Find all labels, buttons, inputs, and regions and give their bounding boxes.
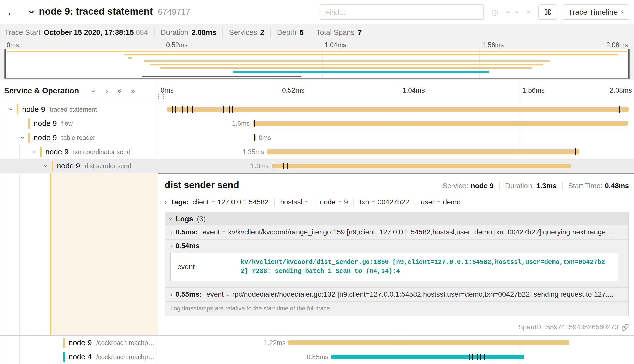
tag-key: hostssl [280,198,302,206]
span-timeline-cell[interactable] [158,102,634,116]
service-name: node 9 [57,162,80,170]
log-marker-tick [475,354,475,360]
span-expander-icon[interactable]: › [30,146,38,157]
next-match-icon[interactable]: › [513,11,522,14]
keyboard-shortcuts-button[interactable]: ⌘ [538,4,557,20]
span-expander-icon[interactable]: › [7,104,15,115]
span-row[interactable]: node 9/cockroach.roachpb.I...1.22ms [0,336,634,350]
span-timeline-cell[interactable]: 1.6ms [158,116,634,131]
span-id-label: SpanID: [518,323,543,331]
summary-item-value-wrap: 2.08ms [192,28,216,37]
collapse-all-icon[interactable]: » [116,85,124,97]
span-duration-label: 0.85ms [307,353,328,361]
trace-view-app: ← › node 9: traced statement 6749717 ◎ ›… [0,0,634,364]
minimap-span-bar [233,71,489,73]
minimap-time-axis: 0ms0.52ms1.04ms1.56ms2.08ms [4,40,630,49]
summary-item-label: Depth [277,28,296,37]
span-row[interactable]: node 9flow1.6ms [0,116,634,131]
indent-guide [8,145,8,159]
log-marker-tick [223,106,224,113]
tags-row[interactable]: ›Tags:client=127.0.0.1:54582hostssl=node… [165,198,629,210]
span-name-cell[interactable]: node 4/cockroach.roachpb.I... [0,350,158,364]
span-expander-icon[interactable]: › [42,160,50,172]
log-marker-tick [192,106,193,113]
summary-item: Trace StartOctober 15 2020, 17:38:15.084 [5,28,154,37]
service-color-strip [63,338,65,348]
collapse-one-icon[interactable]: › [89,85,98,97]
clear-search-icon[interactable]: × [526,8,531,16]
tag-key: user [421,198,434,206]
span-meta-item: Duration:1.3ms [499,182,562,190]
span-name-cell[interactable]: ›node 9dist sender send [0,159,158,173]
minimap-span-bar [7,51,627,52]
time-axis-label: 0ms [7,41,19,49]
minimap-left-handle[interactable] [5,49,6,78]
log-entry[interactable]: ›0.55ms:event=rpc/nodedialer/nodedialer.… [165,288,628,302]
equals-sign: = [305,199,308,206]
logs-header[interactable]: ›Logs(3) [165,212,628,225]
span-row[interactable]: ›node 9txn coordinator send1.35ms [0,145,634,159]
timeline-time-axis: 0ms0.52ms1.04ms1.56ms2.08ms [158,80,634,102]
span-name-cell[interactable]: node 9flow [0,116,158,131]
log-marker-tick [477,354,478,360]
back-button[interactable]: ← [5,6,18,18]
service-operation-header-cell: Service & Operation › › » » [0,80,158,102]
log-entry-toggle[interactable]: ›0.54ms [165,240,628,252]
tags-label: Tags: [171,198,189,206]
span-timeline-cell[interactable]: 0.85ms [158,350,634,364]
expand-all-icon[interactable]: » [127,87,139,95]
collapse-trace-icon[interactable]: › [26,10,38,14]
time-axis-label: 1.04ms [403,87,425,94]
span-name-cell[interactable]: node 9/cockroach.roachpb.I... [0,336,158,350]
span-timeline-cell[interactable]: 1.3ms [158,159,634,173]
span-name-cell[interactable]: ›node 9txn coordinator send [0,145,158,159]
grid-line [400,80,400,102]
expand-one-icon[interactable]: › [101,87,112,95]
find-input[interactable] [320,4,484,20]
service-operation-header: Service & Operation [4,86,79,95]
indent-guide [8,173,8,335]
span-detail-header: dist sender sendService:node 9Duration:1… [165,180,629,190]
view-options-button[interactable]: Trace Timeline › [563,4,629,20]
tag-item: hostssl= [274,198,314,206]
prev-match-icon[interactable]: › [502,11,512,14]
span-row[interactable]: ›node 9traced statement [0,102,634,116]
log-marker-tick [172,106,173,113]
minimap-span-bar [144,60,550,62]
span-name-cell[interactable]: ›node 9traced statement [0,102,158,116]
locate-icon[interactable]: ◎ [492,8,498,17]
span-row[interactable]: ›node 9dist sender send1.3ms [0,159,634,173]
service-color-strip [28,133,30,143]
span-row[interactable]: ›node 9table reader0ms [0,131,634,145]
span-expander-icon[interactable]: › [19,132,27,143]
minimap-span-bar [160,67,532,69]
log-marker-tick [480,354,481,360]
time-axis-label: 0.52ms [282,87,305,94]
span-bar [288,340,569,345]
log-timestamp: 0.5ms: [175,228,198,236]
summary-item-value: 5 [300,28,304,36]
minimap-canvas[interactable] [4,49,630,79]
tag-key: node [320,198,335,206]
span-detail-meta: Service:node 9Duration:1.3msStart Time:0… [437,182,629,190]
link-icon[interactable] [621,324,629,331]
indent-guide [31,336,31,350]
log-entry[interactable]: ›0.5ms:event=kv/kvclient/kvcoord/range_i… [165,225,628,240]
trace-summary-and-minimap: Trace StartOctober 15 2020, 17:38:15.084… [0,24,634,80]
minimap-right-handle[interactable] [628,49,629,78]
service-color-strip [63,352,65,362]
span-timeline-cell[interactable]: 0ms [158,131,634,145]
timeline-header-row: Service & Operation › › » » 0ms0.52ms1.0… [0,80,634,102]
minimap-span-bar [142,76,301,77]
span-row[interactable]: node 4/cockroach.roachpb.I...0.85ms [0,350,634,364]
operation-name: /cockroach.roachpb.I... [96,339,158,347]
summary-item: Total Spans7 [310,28,368,37]
column-resizer-handle[interactable]: ⋮⋮ [155,92,161,101]
span-name-cell[interactable]: ›node 9table reader [0,131,158,145]
span-meta-item: Start Time:0.48ms [562,182,629,190]
trace-title-group: › node 9: traced statement 6749717 [24,6,314,18]
minimap-span-bar [128,57,132,59]
span-timeline-cell[interactable]: 1.35ms [158,145,634,159]
span-timeline-cell[interactable]: 1.22ms [158,336,634,350]
summary-item-value-wrap: October 15 2020, 17:38:15.084 [44,28,148,37]
